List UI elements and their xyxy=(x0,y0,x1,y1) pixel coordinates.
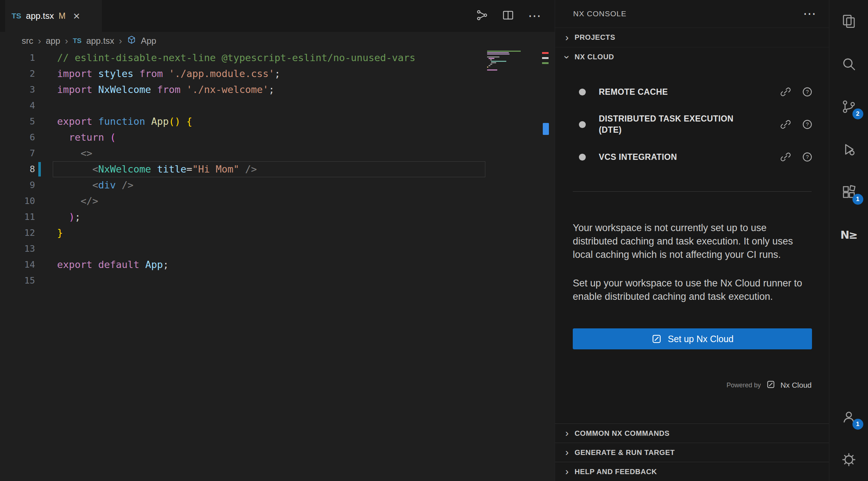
line-number: 13 xyxy=(0,241,35,257)
line-number: 4 xyxy=(0,98,35,114)
item-actions: ? xyxy=(780,151,813,163)
section-projects[interactable]: › PROJECTS xyxy=(555,27,829,47)
setup-nx-cloud-button[interactable]: Set up Nx Cloud xyxy=(573,328,812,349)
split-editor-icon[interactable] xyxy=(502,9,514,23)
tab-app-tsx[interactable]: TS app.tsx M × xyxy=(5,0,102,32)
chevron-right-icon: › xyxy=(563,467,571,477)
search-icon[interactable] xyxy=(829,43,868,85)
section-nx-cloud[interactable]: › NX CLOUD xyxy=(555,47,829,67)
breadcrumb: src › app › TS app.tsx › App xyxy=(0,32,555,50)
chevron-right-icon: › xyxy=(563,33,571,43)
section-generate-run-target[interactable]: › GENERATE & RUN TARGET xyxy=(555,443,829,462)
status-dot-icon xyxy=(579,89,586,95)
code-line[interactable]: 15 xyxy=(0,273,555,289)
connect-icon[interactable] xyxy=(780,119,791,130)
nx-console-panel: NX CONSOLE ⋯ › PROJECTS › NX CLOUD REMOT… xyxy=(555,0,829,481)
cloud-description: Your workspace is not currently set up t… xyxy=(555,221,829,303)
section-label: PROJECTS xyxy=(575,33,615,42)
section-common-nx-commands[interactable]: › COMMON NX COMMANDS xyxy=(555,423,829,443)
nx-console-icon[interactable]: N≥ xyxy=(829,213,868,256)
tab-bar: TS app.tsx M × ⋯ xyxy=(0,0,555,32)
chevron-down-icon: › xyxy=(562,53,572,61)
overview-ruler-mark xyxy=(542,62,549,64)
line-number: 6 xyxy=(0,129,35,145)
chevron-right-icon: › xyxy=(38,35,41,47)
close-icon[interactable]: × xyxy=(73,10,80,22)
panel-header: NX CONSOLE ⋯ xyxy=(555,0,829,27)
minimap-line xyxy=(489,65,490,66)
code-line[interactable]: 7 <> xyxy=(0,145,555,161)
connect-icon[interactable] xyxy=(780,86,791,98)
code-line[interactable]: 1// eslint-disable-next-line @typescript… xyxy=(0,50,555,66)
code-line[interactable]: 3import NxWelcome from './nx-welcome'; xyxy=(0,82,555,98)
source-control-icon[interactable]: 2 xyxy=(829,85,868,128)
settings-gear-icon[interactable] xyxy=(829,438,868,481)
symbol-cube-icon xyxy=(127,35,136,47)
breadcrumb-app[interactable]: app xyxy=(46,36,60,46)
line-number: 7 xyxy=(0,145,35,161)
minimap-line xyxy=(491,61,506,62)
line-number: 15 xyxy=(0,273,35,289)
code-line[interactable]: 4 xyxy=(0,98,555,114)
minimap-line xyxy=(487,69,497,71)
more-actions-icon[interactable]: ⋯ xyxy=(528,9,541,22)
code-line[interactable]: 2import styles from './app.module.css'; xyxy=(0,66,555,82)
paragraph: Your workspace is not currently set up t… xyxy=(573,221,812,261)
code-line[interactable]: 14export default App; xyxy=(0,257,555,273)
chevron-right-icon: › xyxy=(119,35,122,47)
section-help-and-feedback[interactable]: › HELP AND FEEDBACK xyxy=(555,462,829,481)
code-line[interactable]: 9 <div /> xyxy=(0,177,555,193)
code-line[interactable]: 11 ); xyxy=(0,209,555,225)
connect-icon[interactable] xyxy=(780,151,791,163)
cloud-item-remote-cache[interactable]: REMOTE CACHE ? xyxy=(555,76,829,108)
nx-logo: N≥ xyxy=(840,229,857,241)
code-line[interactable]: 5export function App() { xyxy=(0,114,555,129)
cloud-item-label: DISTRIBUTED TASK EXECUTION (DTE) xyxy=(599,113,743,136)
extensions-icon[interactable]: 1 xyxy=(829,171,868,213)
cloud-item-dte[interactable]: DISTRIBUTED TASK EXECUTION (DTE) ? xyxy=(555,108,829,141)
extensions-badge: 1 xyxy=(852,194,863,205)
line-number: 12 xyxy=(0,225,35,241)
paragraph: Set up your workspace to use the Nx Clou… xyxy=(573,277,812,303)
code-line[interactable]: 13 xyxy=(0,241,555,257)
line-number: 14 xyxy=(0,257,35,273)
minimap[interactable] xyxy=(487,51,525,75)
code-line[interactable]: 6 return ( xyxy=(0,129,555,145)
section-label: HELP AND FEEDBACK xyxy=(575,468,657,476)
explorer-icon[interactable] xyxy=(829,0,868,43)
accounts-icon[interactable]: 1 xyxy=(829,396,868,438)
svg-text:?: ? xyxy=(806,122,809,127)
line-number: 5 xyxy=(0,114,35,129)
code-editor[interactable]: 1// eslint-disable-next-line @typescript… xyxy=(0,50,555,289)
nx-cloud-logo-icon xyxy=(651,333,662,344)
breadcrumb-symbol[interactable]: App xyxy=(141,36,156,46)
run-debug-icon[interactable] xyxy=(829,128,868,171)
divider xyxy=(573,191,812,192)
cloud-item-label: VCS INTEGRATION xyxy=(599,152,743,163)
breadcrumb-file[interactable]: app.tsx xyxy=(86,36,114,46)
chevron-right-icon: › xyxy=(65,35,68,47)
typescript-icon: TS xyxy=(12,12,21,20)
code-line[interactable]: 10 </> xyxy=(0,193,555,209)
minimap-line xyxy=(490,64,492,65)
line-number: 9 xyxy=(0,177,35,193)
line-number: 10 xyxy=(0,193,35,209)
graph-icon[interactable] xyxy=(476,9,488,23)
overview-ruler-marker xyxy=(543,123,549,135)
breadcrumb-src[interactable]: src xyxy=(22,36,33,46)
line-number: 2 xyxy=(0,66,35,82)
typescript-icon: TS xyxy=(73,37,81,45)
minimap-line xyxy=(487,67,488,68)
nx-cloud-items: REMOTE CACHE ? DISTRIBUTED TASK EXECUTIO… xyxy=(555,67,829,173)
code-line[interactable]: 8 <NxWelcome title="Hi Mom" /> xyxy=(0,161,555,177)
help-icon[interactable]: ? xyxy=(802,86,813,98)
help-icon[interactable]: ? xyxy=(802,151,813,163)
more-actions-icon[interactable]: ⋯ xyxy=(803,7,816,20)
section-label: COMMON NX COMMANDS xyxy=(575,429,670,438)
accounts-badge: 1 xyxy=(852,419,863,430)
help-icon[interactable]: ? xyxy=(802,119,813,130)
editor-actions: ⋯ xyxy=(476,0,541,32)
code-line[interactable]: 12} xyxy=(0,225,555,241)
nx-cloud-logo-icon xyxy=(766,380,775,391)
cloud-item-vcs-integration[interactable]: VCS INTEGRATION ? xyxy=(555,141,829,173)
